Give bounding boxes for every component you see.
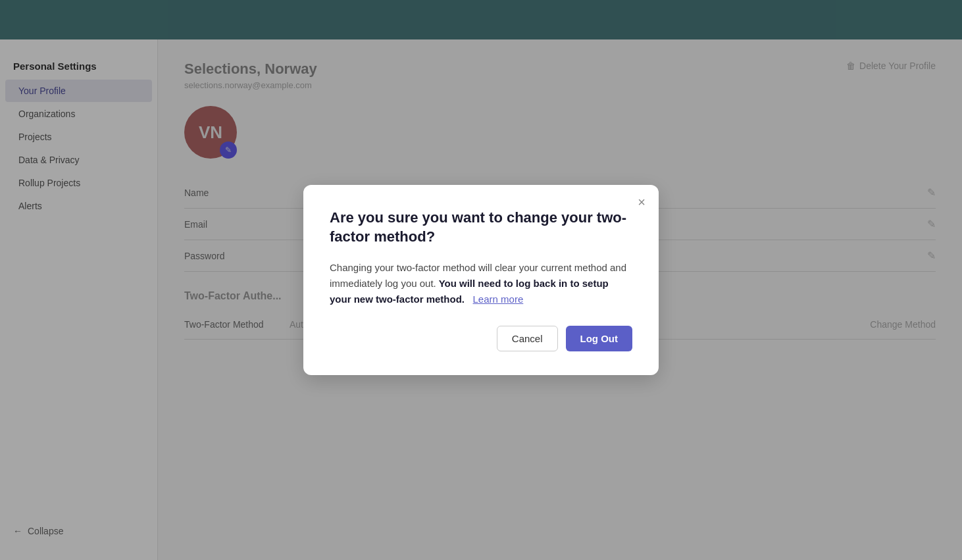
modal-overlay: × Are you sure you want to change your t… — [0, 0, 962, 560]
learn-more-link[interactable]: Learn more — [473, 293, 524, 305]
cancel-button[interactable]: Cancel — [497, 326, 558, 351]
logout-button[interactable]: Log Out — [566, 326, 632, 351]
modal-title: Are you sure you want to change your two… — [330, 209, 632, 246]
close-button[interactable]: × — [638, 195, 646, 209]
confirmation-modal: × Are you sure you want to change your t… — [303, 185, 659, 374]
modal-actions: Cancel Log Out — [330, 326, 632, 351]
modal-body: Changing your two-factor method will cle… — [330, 260, 632, 307]
